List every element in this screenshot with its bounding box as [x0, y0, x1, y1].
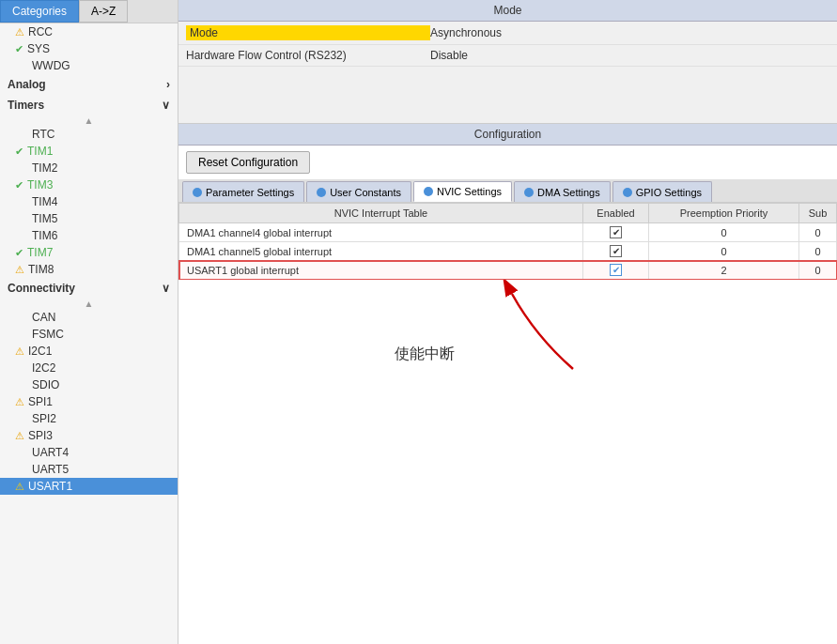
tab-parameter-settings[interactable]: Parameter Settings	[182, 181, 304, 202]
col-header-enabled: Enabled	[583, 204, 649, 223]
sidebar-tab-bar: Categories A->Z	[0, 0, 178, 23]
tab-nvic-settings[interactable]: NVIC Settings	[413, 181, 512, 202]
sidebar-item-fsmc[interactable]: FSMC	[0, 326, 178, 343]
config-section: Configuration Reset Configuration Parame…	[178, 124, 837, 644]
enabled-cell[interactable]: ✔	[583, 242, 649, 261]
checkbox-checked-icon: ✔	[610, 226, 622, 238]
sidebar-item-wwdg[interactable]: WWDG	[0, 57, 178, 74]
tab-atoz[interactable]: A->Z	[79, 0, 128, 23]
tab-dma-settings[interactable]: DMA Settings	[514, 181, 611, 202]
config-tab-bar: Parameter Settings User Constants NVIC S…	[178, 179, 837, 203]
mode-row-0: Mode Asynchronous	[178, 22, 837, 45]
sidebar-item-tim4[interactable]: TIM4	[0, 193, 178, 210]
sidebar-item-spi1[interactable]: ⚠ SPI1	[0, 393, 178, 410]
sidebar: Categories A->Z ⚠ RCC ✔ SYS WWDG Analog …	[0, 0, 178, 644]
mode-value-hwflow: Disable	[430, 49, 468, 62]
config-toolbar: Reset Configuration	[178, 146, 837, 179]
sidebar-item-tim1[interactable]: ✔ TIM1	[0, 143, 178, 160]
annotation-area: 使能中断	[178, 280, 837, 383]
checkbox-checked-blue-icon: ✔	[610, 264, 622, 276]
sidebar-item-can[interactable]: CAN	[0, 309, 178, 326]
tab-dot	[193, 188, 202, 197]
preemption-cell[interactable]: 0	[649, 223, 799, 242]
sidebar-item-rtc[interactable]: RTC	[0, 126, 178, 143]
config-header: Configuration	[178, 124, 837, 146]
warn-icon: ⚠	[15, 26, 24, 38]
tab-gpio-settings[interactable]: GPIO Settings	[612, 181, 712, 202]
table-row: DMA1 channel5 global interrupt ✔ 0 0	[179, 242, 837, 261]
tab-dot	[317, 188, 326, 197]
sidebar-section-timers[interactable]: Timers ∨	[0, 95, 178, 115]
sidebar-item-sys[interactable]: ✔ SYS	[0, 40, 178, 57]
tab-dot	[623, 188, 632, 197]
check-icon: ✔	[15, 43, 23, 55]
sub-cell[interactable]: 0	[799, 223, 837, 242]
mode-header: Mode	[178, 0, 837, 22]
mode-label-mode: Mode	[186, 25, 430, 40]
sidebar-item-tim6[interactable]: TIM6	[0, 227, 178, 244]
sidebar-content: ⚠ RCC ✔ SYS WWDG Analog › Timers ∨ ▲ RTC…	[0, 23, 178, 644]
col-header-sub: Sub	[799, 204, 837, 223]
warn-icon: ⚠	[15, 430, 24, 442]
warn-icon: ⚠	[15, 345, 24, 358]
tab-user-constants[interactable]: User Constants	[306, 181, 411, 202]
check-icon: ✔	[15, 146, 23, 158]
annotation-arrow	[498, 280, 611, 374]
checkbox-checked-icon: ✔	[610, 245, 622, 257]
warn-icon: ⚠	[15, 396, 24, 408]
sidebar-item-rcc[interactable]: ⚠ RCC	[0, 23, 178, 40]
sub-cell[interactable]: 0	[799, 242, 837, 261]
sidebar-item-spi3[interactable]: ⚠ SPI3	[0, 427, 178, 444]
main-content: Mode Mode Asynchronous Hardware Flow Con…	[178, 0, 837, 644]
check-icon: ✔	[15, 179, 23, 192]
sidebar-item-uart4[interactable]: UART4	[0, 444, 178, 461]
sidebar-item-i2c1[interactable]: ⚠ I2C1	[0, 343, 178, 360]
enabled-cell[interactable]: ✔	[583, 223, 649, 242]
sidebar-item-tim3[interactable]: ✔ TIM3	[0, 176, 178, 193]
tab-dot	[424, 187, 433, 196]
table-row-usart1: USART1 global interrupt ✔ 2 0	[179, 261, 837, 280]
sidebar-item-tim7[interactable]: ✔ TIM7	[0, 244, 178, 261]
preemption-cell[interactable]: 2	[649, 261, 799, 280]
mode-row-1: Hardware Flow Control (RS232) Disable	[178, 45, 837, 67]
col-header-interrupt: NVIC Interrupt Table	[179, 204, 583, 223]
reset-config-button[interactable]: Reset Configuration	[186, 151, 310, 174]
check-icon: ✔	[15, 247, 23, 259]
enabled-cell[interactable]: ✔	[583, 261, 649, 280]
preemption-cell[interactable]: 0	[649, 242, 799, 261]
interrupt-name: DMA1 channel5 global interrupt	[179, 242, 583, 261]
mode-label-hwflow: Hardware Flow Control (RS232)	[186, 49, 430, 62]
scroll-up-indicator[interactable]: ▲	[0, 115, 178, 126]
sidebar-item-sdio[interactable]: SDIO	[0, 376, 178, 393]
sidebar-section-analog[interactable]: Analog ›	[0, 74, 178, 95]
sidebar-item-spi2[interactable]: SPI2	[0, 410, 178, 427]
scroll-up-indicator-2[interactable]: ▲	[0, 299, 178, 309]
mode-value-mode: Asynchronous	[430, 26, 502, 39]
sidebar-item-tim2[interactable]: TIM2	[0, 160, 178, 176]
tab-categories[interactable]: Categories	[0, 0, 79, 23]
warn-icon: ⚠	[15, 264, 24, 276]
nvic-table-container: NVIC Interrupt Table Enabled Preemption …	[178, 203, 837, 644]
sidebar-item-tim8[interactable]: ⚠ TIM8	[0, 261, 178, 278]
sidebar-item-tim5[interactable]: TIM5	[0, 210, 178, 227]
mode-section: Mode Mode Asynchronous Hardware Flow Con…	[178, 0, 837, 124]
col-header-preemption: Preemption Priority	[649, 204, 799, 223]
table-row: DMA1 channel4 global interrupt ✔ 0 0	[179, 223, 837, 242]
sidebar-item-usart1[interactable]: ⚠ USART1	[0, 478, 178, 495]
warn-icon: ⚠	[15, 481, 24, 493]
sidebar-section-connectivity[interactable]: Connectivity ∨	[0, 278, 178, 299]
sidebar-item-uart5[interactable]: UART5	[0, 461, 178, 478]
mode-spacer	[178, 67, 837, 123]
sub-cell[interactable]: 0	[799, 261, 837, 280]
sidebar-item-i2c2[interactable]: I2C2	[0, 360, 178, 376]
interrupt-name: DMA1 channel4 global interrupt	[179, 223, 583, 242]
interrupt-name: USART1 global interrupt	[179, 261, 583, 280]
annotation-text: 使能中断	[395, 345, 455, 364]
tab-dot	[524, 188, 534, 197]
nvic-table: NVIC Interrupt Table Enabled Preemption …	[178, 203, 837, 280]
